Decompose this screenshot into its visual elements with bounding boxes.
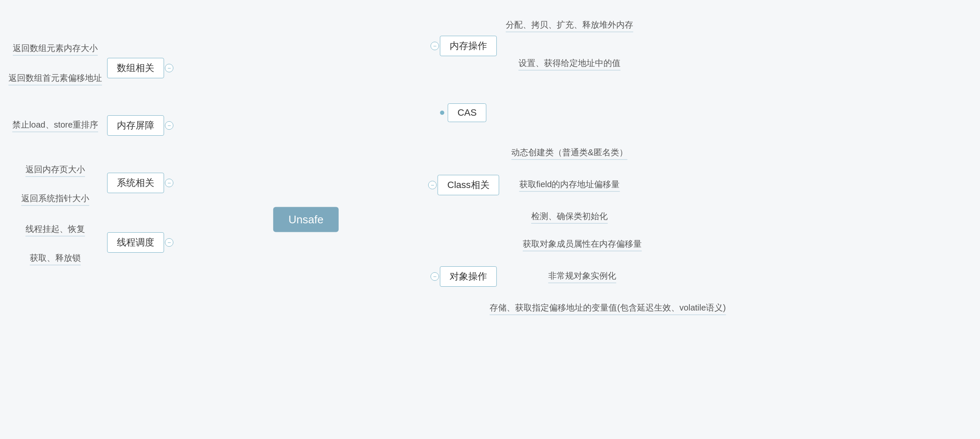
leaf-text: 存储、获取指定偏移地址的变量值(包含延迟生效、volatile语义) bbox=[490, 302, 726, 315]
branch-node-class_ops: −Class相关 bbox=[427, 175, 499, 195]
branch-node-memory_barrier: 内存屏障− bbox=[107, 115, 173, 136]
branch-node-thread: 线程调度− bbox=[107, 232, 173, 253]
leaf-text: 禁止load、store重排序 bbox=[12, 119, 98, 132]
branch-node-cas: CAS bbox=[440, 103, 486, 122]
collapse-button-object_ops[interactable]: − bbox=[431, 272, 439, 281]
leaf-text: 返回内存页大小 bbox=[25, 164, 85, 177]
mindmap-container: Unsafe数组相关−返回数组元素内存大小返回数组首元素偏移地址内存屏障−禁止l… bbox=[0, 0, 980, 439]
collapse-button-memory_ops[interactable]: − bbox=[431, 42, 439, 50]
leaf-text: 返回数组元素内存大小 bbox=[13, 43, 98, 56]
branch-node-object_ops: −对象操作 bbox=[430, 266, 497, 287]
collapse-button-array[interactable]: − bbox=[165, 64, 173, 72]
leaf-text: 检测、确保类初始化 bbox=[531, 211, 608, 224]
branch-node-memory_ops: −内存操作 bbox=[430, 36, 497, 56]
center-node: Unsafe bbox=[273, 207, 339, 232]
leaf-text: 分配、拷贝、扩充、释放堆外内存 bbox=[506, 19, 633, 32]
branch-node-array: 数组相关− bbox=[107, 58, 173, 78]
leaf-text: 返回系统指针大小 bbox=[21, 193, 89, 206]
leaf-text: 返回数组首元素偏移地址 bbox=[8, 72, 102, 86]
branch-node-system: 系统相关− bbox=[107, 173, 173, 193]
leaf-text: 线程挂起、恢复 bbox=[25, 223, 85, 237]
collapse-button-system[interactable]: − bbox=[165, 179, 173, 187]
leaf-text: 获取、释放锁 bbox=[30, 252, 81, 265]
leaf-text: 获取对象成员属性在内存偏移量 bbox=[523, 238, 642, 251]
leaf-text: 获取field的内存地址偏移量 bbox=[519, 179, 620, 192]
leaf-text: 动态创建类（普通类&匿名类） bbox=[511, 147, 627, 160]
collapse-button-thread[interactable]: − bbox=[165, 238, 173, 247]
leaf-text: 非常规对象实例化 bbox=[548, 270, 616, 283]
leaf-text: 设置、获得给定地址中的值 bbox=[518, 57, 620, 71]
collapse-button-memory_barrier[interactable]: − bbox=[165, 121, 173, 130]
collapse-button-class_ops[interactable]: − bbox=[428, 181, 436, 189]
